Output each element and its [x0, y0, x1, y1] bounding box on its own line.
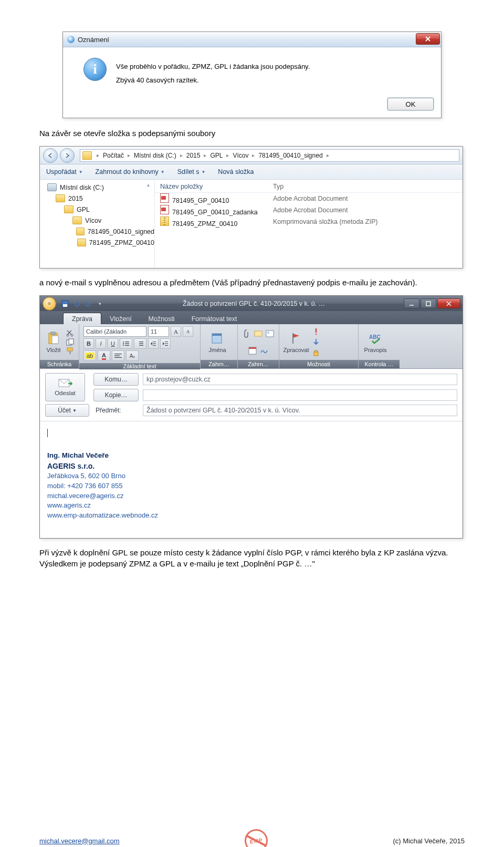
indent-button[interactable] [160, 338, 171, 349]
tab-options[interactable]: Možnosti [140, 313, 183, 324]
crumb-3[interactable]: GPL [209, 152, 224, 159]
cut-icon[interactable] [66, 329, 75, 337]
list-header[interactable]: Název položky Typ [155, 181, 463, 193]
svg-rect-4 [51, 332, 55, 335]
outdent-button[interactable] [148, 338, 159, 349]
business-card-icon[interactable] [265, 329, 275, 338]
minimize-button[interactable] [404, 298, 419, 308]
toolbar-share[interactable]: Sdílet s▼ [177, 168, 206, 175]
followup-button[interactable]: Zpracovat [284, 331, 309, 353]
nav-forward-button[interactable] [60, 148, 75, 163]
grow-font-button[interactable]: A [171, 326, 181, 337]
cc-field[interactable] [143, 389, 457, 401]
dialog-msg-line2: Zbývá 40 časových razítek. [116, 74, 310, 87]
paste-button[interactable]: Vložit [44, 331, 63, 353]
undo-icon [73, 300, 80, 307]
highlight-button[interactable]: ab [83, 350, 96, 361]
font-size-dropdown[interactable]: 11 [148, 326, 169, 337]
format-painter-icon[interactable] [66, 347, 75, 355]
svg-rect-23 [153, 345, 156, 346]
col-type-header[interactable]: Typ [268, 183, 463, 190]
attach-file-icon[interactable] [242, 329, 251, 338]
permission-icon[interactable] [312, 348, 320, 357]
svg-rect-37 [314, 352, 318, 356]
col-name-header[interactable]: Název položky [155, 183, 268, 190]
list-item: 781495_ZPMZ_00410 Komprimovaná složka (m… [155, 216, 463, 228]
italic-button[interactable]: I [96, 338, 106, 349]
tree-item: GPL [40, 204, 154, 215]
folder-tree[interactable]: ▴ Místní disk (C:) 2015 GPL Vícov 781495… [40, 180, 155, 268]
qat-undo-button[interactable] [72, 299, 81, 308]
clipboard-icon [47, 332, 60, 345]
low-importance-icon[interactable] [312, 338, 320, 346]
minimize-icon [409, 301, 414, 306]
spelling-button[interactable]: ABC Pravopis [363, 331, 388, 353]
tree-item: 781495_00410_signed [40, 226, 154, 237]
qat-save-button[interactable] [61, 299, 69, 308]
cc-button[interactable]: Kopie… [93, 389, 139, 401]
svg-rect-18 [139, 342, 143, 342]
tree-item: Místní disk (C:) [40, 182, 154, 193]
ribbon-group-include: Zahrn… [238, 324, 279, 368]
emp-stamp-icon: EMP [243, 828, 269, 847]
outdent-icon [150, 341, 156, 346]
high-importance-icon[interactable] [312, 327, 320, 336]
toolbar-arrange[interactable]: Uspořádat▼ [46, 168, 83, 175]
close-button[interactable] [416, 33, 440, 45]
shrink-font-button[interactable]: A [183, 326, 193, 337]
calendar-icon[interactable] [248, 346, 257, 355]
close-button[interactable] [437, 298, 460, 308]
breadcrumb-bar[interactable]: ▸ Počítač▸ Místní disk (C:)▸ 2015▸ GPL▸ … [80, 149, 459, 162]
office-orb-button[interactable]: ⊞ [40, 296, 59, 311]
crumb-4[interactable]: Vícov [232, 152, 249, 159]
list-item: 781495_GP_00410 Adobe Acrobat Document [155, 193, 463, 204]
signature-icon[interactable] [259, 346, 269, 355]
redo-icon [85, 300, 92, 307]
tab-insert[interactable]: Vložení [101, 313, 140, 324]
bullets-button[interactable] [120, 338, 132, 349]
toolbar-new-folder[interactable]: Nová složka [218, 168, 254, 175]
pdf-icon [160, 193, 169, 203]
tab-message[interactable]: Zpráva [63, 313, 101, 324]
address-book-button[interactable]: Jména [205, 331, 230, 353]
account-button[interactable]: Účet▼ [45, 404, 89, 417]
svg-rect-10 [67, 348, 72, 351]
crumb-2[interactable]: 2015 [185, 152, 202, 159]
send-button[interactable]: Odeslat [45, 373, 85, 401]
window-title: Žádost o potvrzení GPL č. 410-20/2015 v … [104, 300, 404, 307]
toolbar-include-library[interactable]: Zahrnout do knihovny▼ [96, 168, 165, 175]
bold-button[interactable]: B [83, 338, 94, 349]
font-name-dropdown[interactable]: Calibri (Základn [83, 326, 146, 337]
clear-format-button[interactable]: Aₐ [126, 350, 139, 361]
crumb-0[interactable]: Počítač [102, 152, 125, 159]
copy-icon[interactable] [66, 338, 75, 346]
maximize-button[interactable] [421, 298, 436, 308]
subject-field[interactable]: Žádost o potvrzení GPL č. 410-20/2015 v … [143, 405, 457, 416]
qat-dropdown[interactable]: ▾ [96, 299, 104, 308]
explorer-nav-bar: ▸ Počítač▸ Místní disk (C:)▸ 2015▸ GPL▸ … [40, 147, 463, 164]
to-button[interactable]: Komu… [93, 373, 139, 386]
group-label-include2: Zahrn… [238, 360, 279, 368]
attach-item-icon[interactable] [254, 329, 263, 338]
numbering-button[interactable] [134, 338, 146, 349]
dialog-body: i Vše proběhlo v pořádku, ZPMZ, GPL i žá… [63, 47, 441, 94]
to-field[interactable]: kp.prostejov@cuzk.cz [143, 374, 457, 385]
align-button[interactable] [112, 350, 124, 361]
underline-button[interactable]: U [108, 338, 118, 349]
tab-format[interactable]: Formátovat text [183, 313, 246, 324]
crumb-1[interactable]: Místní disk (C:) [133, 152, 177, 159]
crumb-5[interactable]: 781495_00410_signed [257, 152, 323, 159]
close-icon [446, 301, 452, 306]
subject-label: Předmět: [93, 405, 139, 416]
folder-icon [72, 216, 82, 224]
folder-icon [64, 205, 74, 213]
ok-button[interactable]: OK [387, 98, 434, 110]
info-icon: i [83, 58, 107, 81]
ribbon-group-proofing: ABC Pravopis Kontrola … [359, 324, 400, 368]
sig-firm: AGERIS s.r.o. [47, 461, 455, 471]
qat-redo-button[interactable] [84, 299, 92, 308]
nav-back-button[interactable] [43, 148, 58, 163]
file-list: Název položky Typ 781495_GP_00410 Adobe … [155, 180, 463, 268]
message-body[interactable]: Ing. Michal Večeře AGERIS s.r.o. Jeřábko… [40, 421, 463, 538]
font-color-button[interactable]: A [98, 350, 110, 361]
